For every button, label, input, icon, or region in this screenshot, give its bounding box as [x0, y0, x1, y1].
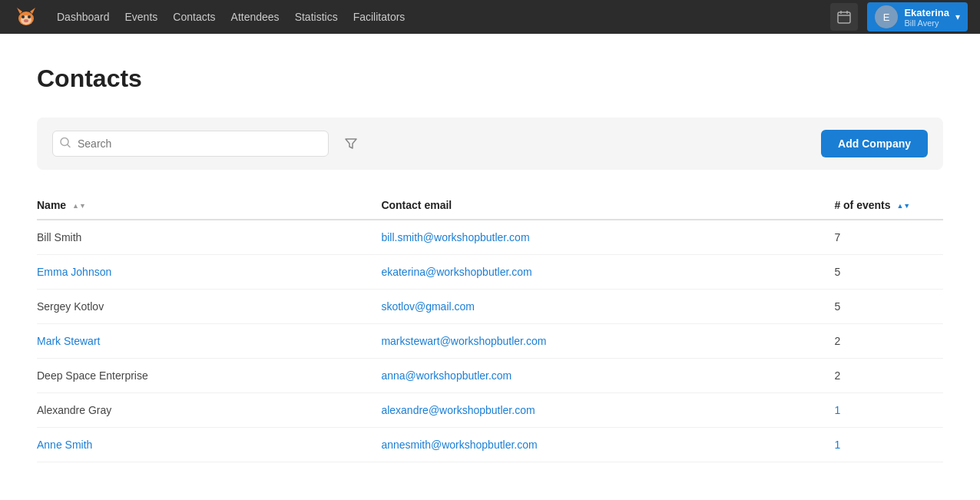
contact-name: Deep Space Enterprise: [37, 359, 381, 393]
logo: [12, 3, 40, 31]
add-company-button[interactable]: Add Company: [821, 130, 928, 157]
nav-link-facilitators[interactable]: Facilitators: [346, 8, 413, 26]
svg-point-5: [28, 15, 31, 18]
contact-name[interactable]: Anne Smith: [37, 428, 381, 462]
contact-events: 5: [834, 255, 943, 290]
contact-events: 7: [834, 220, 943, 255]
nav-link-events[interactable]: Events: [118, 8, 166, 26]
table-row: Mark Stewartmarkstewart@workshopbutler.c…: [37, 324, 943, 359]
search-wrapper: [52, 131, 329, 157]
contact-email[interactable]: alexandre@workshopbutler.com: [381, 393, 834, 428]
contact-email[interactable]: anna@workshopbutler.com: [381, 359, 834, 393]
contact-name: Bill Smith: [37, 220, 381, 255]
contact-events: 1: [834, 428, 943, 462]
svg-marker-15: [346, 139, 356, 148]
contact-email[interactable]: bill.smith@workshopbutler.com: [381, 220, 834, 255]
user-name: Ekaterina: [904, 7, 949, 18]
contact-email[interactable]: annesmith@workshopbutler.com: [381, 428, 834, 462]
nav-link-statistics[interactable]: Statistics: [287, 8, 346, 26]
contact-email[interactable]: skotlov@gmail.com: [381, 290, 834, 324]
table-row: Alexandre Grayalexandre@workshopbutler.c…: [37, 393, 943, 428]
name-sort-icon[interactable]: ▲▼: [72, 203, 86, 210]
toolbar: Add Company: [37, 118, 943, 170]
search-input[interactable]: [52, 131, 329, 157]
contact-name[interactable]: Mark Stewart: [37, 324, 381, 359]
contact-events: 5: [834, 290, 943, 324]
events-sort-icon[interactable]: ▲▼: [896, 203, 910, 210]
nav-link-dashboard[interactable]: Dashboard: [49, 8, 118, 26]
svg-rect-7: [838, 12, 850, 23]
user-chevron-icon: ▾: [955, 12, 960, 22]
contact-name[interactable]: Emma Johnson: [37, 255, 381, 290]
contact-name: Sergey Kotlov: [37, 290, 381, 324]
table-row: Sergey Kotlovskotlov@gmail.com5: [37, 290, 943, 324]
filter-button[interactable]: [338, 134, 364, 154]
page-title: Contacts: [37, 65, 943, 93]
contact-events: 2: [834, 359, 943, 393]
svg-marker-1: [17, 8, 22, 14]
table-row: Anne Smithannesmith@workshopbutler.com1: [37, 428, 943, 462]
table-header: Name ▲▼ Contact email # of events ▲▼: [37, 191, 943, 220]
col-header-name: Name ▲▼: [37, 191, 381, 220]
contact-events: 2: [834, 324, 943, 359]
contacts-table: Name ▲▼ Contact email # of events ▲▼ Bil…: [37, 191, 943, 462]
nav-link-attendees[interactable]: Attendees: [223, 8, 287, 26]
table-body: Bill Smithbill.smith@workshopbutler.com7…: [37, 220, 943, 462]
svg-point-6: [24, 19, 28, 22]
svg-point-4: [22, 15, 25, 18]
page-content: Contacts Add Company: [0, 34, 980, 493]
table-row: Emma Johnsonekaterina@workshopbutler.com…: [37, 255, 943, 290]
nav-links: DashboardEventsContactsAttendeesStatisti…: [49, 10, 412, 24]
avatar: E: [875, 5, 898, 28]
col-header-events: # of events ▲▼: [834, 191, 943, 220]
table-row: Bill Smithbill.smith@workshopbutler.com7: [37, 220, 943, 255]
user-menu[interactable]: E Ekaterina Bill Avery ▾: [867, 2, 968, 31]
col-header-email: Contact email: [381, 191, 834, 220]
calendar-button[interactable]: [830, 3, 858, 31]
nav-link-contacts[interactable]: Contacts: [165, 8, 223, 26]
table-row: Deep Space Enterpriseanna@workshopbutler…: [37, 359, 943, 393]
contact-email[interactable]: markstewart@workshopbutler.com: [381, 324, 834, 359]
user-sub: Bill Avery: [904, 18, 949, 28]
navbar: DashboardEventsContactsAttendeesStatisti…: [0, 0, 980, 34]
contact-name: Alexandre Gray: [37, 393, 381, 428]
svg-marker-2: [30, 8, 35, 14]
svg-text:E: E: [883, 12, 890, 23]
contact-email[interactable]: ekaterina@workshopbutler.com: [381, 255, 834, 290]
contact-events: 1: [834, 393, 943, 428]
